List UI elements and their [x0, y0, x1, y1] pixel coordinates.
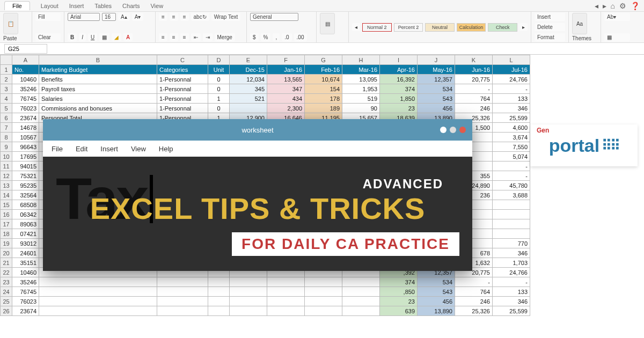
percent-icon[interactable]: % [261, 33, 271, 41]
dec-inc-icon[interactable]: .0 [282, 33, 291, 41]
window-titlebar[interactable]: worksheet [43, 119, 472, 141]
cell[interactable]: 1-Personnal [157, 94, 208, 104]
table-header-cell[interactable]: Feb-16 [305, 65, 342, 75]
cell[interactable] [157, 277, 208, 287]
style-normal[interactable]: Normal 2 [362, 23, 392, 32]
nav-left-icon[interactable]: ◂ [595, 2, 598, 10]
decrease-font-icon[interactable]: A▾ [132, 13, 144, 21]
nav-prev-icon[interactable]: ◂ [352, 23, 360, 31]
col-header[interactable]: I [380, 55, 418, 65]
cell[interactable]: 346 [493, 297, 530, 306]
row-header[interactable]: 15 [1, 200, 12, 210]
cell[interactable] [157, 306, 208, 316]
cell[interactable]: 519 [342, 94, 380, 104]
indent-dec-icon[interactable]: ⇤ [191, 33, 201, 41]
cell[interactable]: Commissions and bonuses [39, 104, 157, 113]
table-header-cell[interactable]: Dec-15 [230, 65, 267, 75]
font-name-select[interactable]: Arial [68, 13, 100, 21]
cell[interactable]: 13,890 [418, 306, 455, 316]
cell[interactable] [39, 287, 157, 297]
row-header[interactable]: 19 [1, 239, 12, 248]
fill-button[interactable]: Fill [35, 13, 61, 21]
row-header[interactable]: 25 [1, 297, 12, 306]
cell[interactable] [208, 287, 230, 297]
table-header-cell[interactable]: Unit [208, 65, 230, 75]
minimize-icon[interactable] [440, 127, 447, 133]
cell[interactable]: 0 [208, 104, 230, 113]
cell[interactable]: 68508 [12, 200, 39, 210]
col-header[interactable]: K [455, 55, 493, 65]
cell[interactable]: - [493, 277, 530, 287]
cell[interactable]: 76745 [12, 287, 39, 297]
cell[interactable]: 14678 [12, 123, 39, 133]
cell[interactable] [208, 306, 230, 316]
cell[interactable]: 1-Personnal [157, 75, 208, 84]
increase-font-icon[interactable]: A▴ [118, 13, 130, 21]
cell[interactable]: 434 [267, 94, 305, 104]
table-header-cell[interactable]: Jun-16 [455, 65, 493, 75]
cells-insert-button[interactable]: Insert [535, 13, 565, 21]
cell[interactable]: 374 [380, 277, 418, 287]
table-header-cell[interactable]: May-16 [418, 65, 455, 75]
maximize-icon[interactable] [450, 127, 456, 133]
cell[interactable]: 75321 [12, 171, 39, 181]
menu-view[interactable]: View [150, 3, 163, 9]
cell[interactable] [208, 277, 230, 287]
cell[interactable] [230, 297, 267, 306]
cell[interactable]: 89063 [12, 219, 39, 229]
cells-delete-button[interactable]: Delete [535, 23, 565, 31]
menu-tables[interactable]: Tables [94, 3, 112, 9]
table-header-cell[interactable]: Marketing Budget [39, 65, 157, 75]
table-header-cell[interactable]: Jul-16 [493, 65, 530, 75]
cell[interactable]: 764 [455, 94, 493, 104]
cell[interactable]: 35246 [12, 277, 39, 287]
cell[interactable]: 76023 [12, 297, 39, 306]
cell[interactable]: 10567 [12, 133, 39, 142]
currency-icon[interactable]: $ [250, 33, 259, 41]
cell[interactable] [157, 287, 208, 297]
cell[interactable] [342, 297, 380, 306]
menu-insert[interactable]: Insert [69, 3, 84, 9]
cell[interactable]: 521 [230, 94, 267, 104]
align-right-icon[interactable]: ≡ [180, 33, 189, 41]
cell[interactable] [230, 104, 267, 113]
nav-right-icon[interactable]: ▸ [603, 2, 606, 10]
theme-palette-icon[interactable]: ▦ [604, 33, 630, 41]
cell[interactable]: 764 [455, 287, 493, 297]
cell[interactable]: 96643 [12, 142, 39, 152]
cell[interactable]: 154 [305, 84, 342, 94]
name-box[interactable] [4, 44, 47, 54]
cell[interactable]: 1-Personnal [157, 84, 208, 94]
cell[interactable]: 246 [455, 297, 493, 306]
row-header[interactable]: 7 [1, 123, 12, 133]
row-header[interactable]: 4 [1, 94, 12, 104]
col-header[interactable]: A [12, 55, 39, 65]
cell[interactable]: 639 [380, 306, 418, 316]
help-icon[interactable]: ❓ [631, 2, 640, 10]
cell[interactable]: 23 [380, 104, 418, 113]
bold-button[interactable]: B [68, 33, 77, 41]
cell[interactable]: 12,357 [418, 75, 455, 84]
font-color-button[interactable]: A [123, 33, 133, 41]
cell[interactable]: Payroll taxes [39, 84, 157, 94]
col-header[interactable]: L [493, 55, 530, 65]
row-header[interactable]: 18 [1, 229, 12, 239]
table-header-cell[interactable]: Apr-16 [380, 65, 418, 75]
menu-layout[interactable]: Layout [41, 3, 58, 9]
cell[interactable]: 133 [493, 287, 530, 297]
cell[interactable]: 347 [267, 84, 305, 94]
number-format-select[interactable]: General [250, 13, 298, 21]
align-mid-icon[interactable]: ≡ [170, 13, 178, 21]
italic-button[interactable]: I [79, 33, 86, 41]
cell[interactable] [267, 287, 305, 297]
cell[interactable]: 23 [380, 297, 418, 306]
cell[interactable] [267, 277, 305, 287]
col-header[interactable]: C [157, 55, 208, 65]
cell[interactable]: 12,034 [230, 75, 267, 84]
cell[interactable] [230, 287, 267, 297]
row-header[interactable]: 22 [1, 268, 12, 277]
col-header[interactable]: D [208, 55, 230, 65]
col-header[interactable]: H [342, 55, 380, 65]
cell[interactable]: - [455, 84, 493, 94]
cell[interactable]: 07421 [12, 229, 39, 239]
